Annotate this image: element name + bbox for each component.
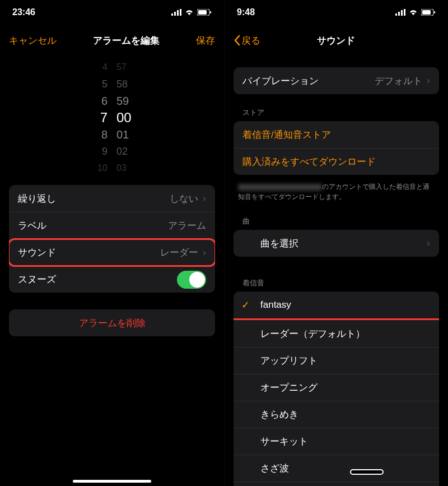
ringtone-label: オープニング (260, 381, 318, 394)
ringtone-label: さざ波 (260, 462, 289, 475)
svg-rect-13 (434, 11, 435, 13)
ringtone-label: アップリフト (260, 354, 318, 367)
status-icons (395, 9, 436, 16)
ringtone-list: ✓ fantasy (234, 291, 439, 318)
svg-rect-3 (180, 9, 181, 16)
svg-rect-6 (210, 11, 211, 13)
chevron-right-icon: › (203, 247, 206, 258)
download-all-cell[interactable]: 購入済みをすべてダウンロード (234, 148, 439, 175)
alarm-options-group: 繰り返し しない › ラベル アラーム サウンド レーダー › スヌーズ (9, 185, 215, 293)
download-all-label: 購入済みをすべてダウンロード (242, 155, 430, 168)
status-time: 9:48 (237, 7, 255, 17)
vibration-value: デフォルト (375, 75, 422, 87)
store-group: 着信音/通知音ストア 購入済みをすべてダウンロード (234, 121, 439, 175)
status-bar: 23:46 (0, 0, 224, 25)
back-button[interactable]: 戻る (234, 34, 260, 47)
nav-bar: キャンセル アラームを編集 保存 (0, 25, 224, 56)
chevron-left-icon (234, 35, 240, 46)
delete-alarm-button[interactable]: アラームを削除 (9, 309, 215, 336)
pick-song-cell[interactable]: 曲を選択 › (234, 230, 439, 257)
status-bar: 9:48 (225, 0, 448, 25)
status-icons (171, 9, 212, 16)
sound-selection-screen: 9:48 戻る サウンド バイブレーション デフォルト › ストア 着信音/通知… (224, 0, 448, 486)
sound-cell[interactable]: サウンド レーダー › (9, 239, 215, 266)
wifi-icon (409, 9, 418, 16)
cellular-icon (395, 9, 405, 16)
ringtone-item[interactable]: きらめき (234, 401, 439, 428)
svg-rect-9 (401, 10, 403, 16)
ringtone-item[interactable]: アップリフト (234, 347, 439, 374)
store-footer: のアカウントで購入した着信音と通知音をすべてダウンロードします。 (225, 178, 448, 213)
cellular-icon (171, 9, 181, 16)
time-picker[interactable]: 4 5 6 7 8 9 10 57 58 59 00 01 02 03 (0, 62, 224, 174)
svg-rect-5 (198, 10, 207, 15)
home-indicator[interactable] (73, 480, 151, 483)
repeat-cell[interactable]: 繰り返し しない › (9, 185, 215, 212)
vibration-label: バイブレーション (242, 75, 375, 87)
ringtone-item[interactable]: さざ波 (234, 455, 439, 482)
ringtone-label: サーキット (260, 435, 308, 448)
cancel-button[interactable]: キャンセル (9, 34, 57, 47)
ringtone-item[interactable]: サーキット (234, 428, 439, 455)
ringtone-section-header: 着信音 (225, 275, 448, 291)
ringtone-item[interactable]: サミット (234, 482, 439, 486)
partial-control (350, 469, 384, 475)
song-group: 曲を選択 › (234, 230, 439, 257)
store-section-header: ストア (225, 104, 448, 121)
ringtone-label: きらめき (260, 408, 298, 421)
snooze-cell: スヌーズ (9, 266, 215, 293)
snooze-label: スヌーズ (18, 273, 177, 286)
svg-rect-12 (422, 10, 431, 15)
svg-rect-1 (174, 12, 176, 16)
sound-value: レーダー (160, 246, 198, 259)
status-time: 23:46 (12, 7, 35, 17)
vibration-group: バイブレーション デフォルト › (234, 67, 439, 94)
nav-title: アラームを編集 (93, 34, 160, 47)
nav-title: サウンド (317, 34, 355, 47)
redacted-account (238, 184, 322, 191)
sound-label: サウンド (18, 246, 160, 259)
chevron-right-icon: › (427, 75, 430, 86)
chevron-right-icon: › (427, 238, 430, 249)
battery-icon (421, 9, 436, 16)
ringtone-item[interactable]: ✓ fantasy (234, 291, 439, 318)
vibration-cell[interactable]: バイブレーション デフォルト › (234, 67, 439, 94)
alarm-edit-screen: 23:46 キャンセル アラームを編集 保存 4 5 6 7 8 9 10 57… (0, 0, 224, 486)
ringtone-label: fantasy (260, 299, 291, 311)
snooze-toggle[interactable] (177, 271, 206, 289)
repeat-value: しない (170, 192, 198, 205)
label-label: ラベル (18, 219, 168, 232)
svg-rect-10 (404, 9, 405, 16)
hour-wheel[interactable]: 4 5 6 7 8 9 10 (78, 62, 112, 174)
minute-wheel[interactable]: 57 58 59 00 01 02 03 (112, 62, 146, 174)
svg-rect-7 (395, 13, 397, 16)
ringtone-label: レーダー（デフォルト） (260, 327, 365, 340)
svg-rect-0 (171, 13, 173, 16)
check-icon: ✓ (241, 299, 250, 311)
ringtone-item[interactable]: オープニング (234, 374, 439, 401)
ringtone-item[interactable]: レーダー（デフォルト） (234, 320, 439, 347)
chevron-right-icon: › (203, 193, 206, 204)
tone-store-label: 着信音/通知音ストア (242, 128, 430, 141)
label-value: アラーム (168, 219, 206, 232)
wifi-icon (185, 9, 194, 16)
tone-store-cell[interactable]: 着信音/通知音ストア (234, 121, 439, 148)
ringtone-list-cont: レーダー（デフォルト） アップリフト オープニング きらめき サーキット さざ波… (234, 320, 439, 486)
nav-bar: 戻る サウンド (225, 25, 448, 56)
battery-icon (197, 9, 212, 16)
delete-group: アラームを削除 (9, 309, 215, 336)
pick-song-label: 曲を選択 (260, 237, 422, 250)
repeat-label: 繰り返し (18, 192, 170, 205)
label-cell[interactable]: ラベル アラーム (9, 212, 215, 239)
song-section-header: 曲 (225, 213, 448, 230)
save-button[interactable]: 保存 (196, 34, 215, 47)
svg-rect-2 (177, 10, 179, 16)
svg-rect-8 (398, 12, 400, 16)
